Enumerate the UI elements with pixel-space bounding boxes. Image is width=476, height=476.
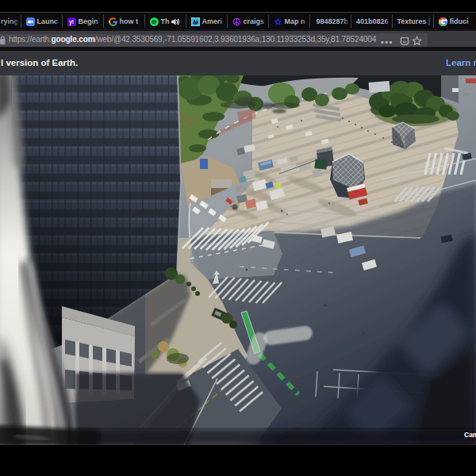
svg-text:y!: y!	[68, 18, 73, 25]
